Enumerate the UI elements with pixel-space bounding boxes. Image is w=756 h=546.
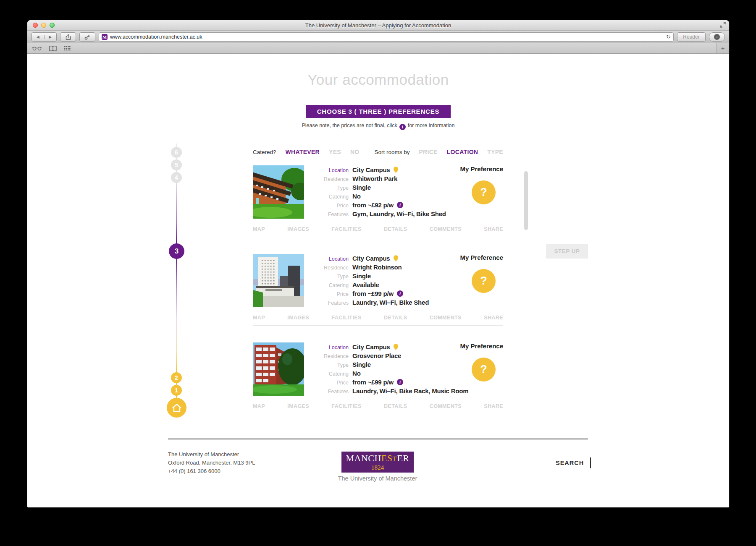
type-value: Single <box>352 183 371 192</box>
bookmarks-icon[interactable] <box>49 46 57 51</box>
features-value: Laundry, Wi–Fi, Bike Shed <box>352 298 429 307</box>
catering-label: Catering <box>311 370 349 379</box>
price-info-icon[interactable]: i <box>397 379 403 385</box>
location-label: Location <box>311 343 349 352</box>
sort-option-price[interactable]: PRICE <box>419 149 437 155</box>
tab-facilities[interactable]: FACILITIES <box>331 315 361 321</box>
tab-facilities[interactable]: FACILITIES <box>331 403 361 409</box>
home-step-button[interactable] <box>167 398 186 418</box>
back-icon: ◀ <box>37 35 39 39</box>
share-icon <box>66 34 71 40</box>
browser-toolbar: ◀ ▶ M www.accommodation.manchester.ac.uk… <box>27 31 729 43</box>
forward-button[interactable]: ▶ <box>45 35 57 39</box>
url-text[interactable]: www.accommodation.manchester.ac.uk <box>110 34 664 40</box>
top-sites-icon[interactable] <box>64 46 71 51</box>
back-button[interactable]: ◀ <box>32 35 45 39</box>
zoom-window-button[interactable] <box>50 23 55 28</box>
address-bar[interactable]: M www.accommodation.manchester.ac.uk ↻ <box>99 32 674 42</box>
type-label: Type <box>311 272 349 281</box>
history-nav: ◀ ▶ <box>32 32 57 42</box>
tab-share[interactable]: SHARE <box>484 226 503 232</box>
accommodation-card-whitworth-park: Location City Campus Residence Whitworth… <box>253 165 503 237</box>
footer-address: The University of Manchester Oxford Road… <box>168 450 255 475</box>
footer-divider <box>168 439 588 439</box>
filter-row: Catered? WHATEVER YES NO Sort rooms by P… <box>253 149 503 155</box>
step-2-dot[interactable]: 2 <box>171 372 182 383</box>
catered-option-yes[interactable]: YES <box>329 149 341 155</box>
residence-value: Wright Robinson <box>352 263 402 272</box>
catering-label: Catering <box>311 193 349 201</box>
tab-comments[interactable]: COMMENTS <box>430 403 462 409</box>
step-5-label: 5 <box>175 162 178 168</box>
location-value: City Campus <box>352 254 390 263</box>
price-info-icon[interactable]: i <box>397 290 403 297</box>
tab-images[interactable]: IMAGES <box>287 315 309 321</box>
bookmarks-bar: + <box>27 43 729 54</box>
tab-images[interactable]: IMAGES <box>287 226 309 232</box>
footer-search[interactable]: SEARCH <box>556 457 591 468</box>
browser-window: The University of Manchester – Applying … <box>27 20 729 507</box>
catered-option-no[interactable]: NO <box>350 149 360 155</box>
tab-map[interactable]: MAP <box>253 226 265 232</box>
list-scrollbar[interactable] <box>524 171 528 230</box>
map-pin-icon <box>394 167 398 173</box>
tab-details[interactable]: DETAILS <box>384 315 407 321</box>
step-6-dot[interactable]: 6 <box>171 147 182 158</box>
logo-year: 1824 <box>371 465 384 471</box>
preference-choice-button[interactable]: ? <box>472 269 496 293</box>
refresh-icon[interactable]: ↻ <box>666 34 671 40</box>
page-content: Your accommodation CHOOSE 3 ( THREE ) PR… <box>27 54 729 507</box>
step-5-dot[interactable]: 5 <box>171 159 182 170</box>
university-logo[interactable]: MANCHESTER 1824 <box>341 452 414 473</box>
address-line-1: The University of Manchester <box>168 450 255 459</box>
residence-photo[interactable] <box>253 165 304 219</box>
catering-label: Catering <box>311 281 349 290</box>
my-preference-label: My Preference <box>428 254 503 261</box>
minimize-window-button[interactable] <box>41 23 46 28</box>
page-title: Your accommodation <box>27 71 729 88</box>
tab-details[interactable]: DETAILS <box>384 226 407 232</box>
site-favicon: M <box>102 34 108 40</box>
tab-images[interactable]: IMAGES <box>287 403 309 409</box>
logo-wordmark: MANCHESTER <box>346 454 409 464</box>
residence-photo[interactable] <box>253 254 304 307</box>
catered-option-whatever[interactable]: WHATEVER <box>286 149 320 155</box>
accommodation-list: Catered? WHATEVER YES NO Sort rooms by P… <box>253 149 503 414</box>
price-info-icon[interactable]: i <box>397 202 403 208</box>
reader-button[interactable]: Reader <box>677 32 706 42</box>
passwords-button[interactable] <box>79 32 95 42</box>
close-window-button[interactable] <box>33 23 38 28</box>
new-tab-button[interactable]: + <box>716 43 729 53</box>
sort-option-location[interactable]: LOCATION <box>447 149 478 155</box>
info-icon[interactable]: i <box>399 124 406 130</box>
tab-details[interactable]: DETAILS <box>384 403 407 409</box>
tab-share[interactable]: SHARE <box>484 315 503 321</box>
new-tab-icon: + <box>721 45 724 52</box>
tab-map[interactable]: MAP <box>253 315 265 321</box>
tab-share[interactable]: SHARE <box>484 403 503 409</box>
tab-comments[interactable]: COMMENTS <box>430 226 462 232</box>
step-3-dot-current[interactable]: 3 <box>169 243 184 259</box>
preference-choice-button[interactable]: ? <box>472 180 496 204</box>
sort-filter: Sort rooms by PRICE LOCATION TYPE <box>374 149 503 155</box>
downloads-button[interactable]: ↓ <box>709 32 725 42</box>
accommodation-card-wright-robinson: Location City Campus Residence Wright Ro… <box>253 254 503 326</box>
residence-value: Grosvenor Place <box>352 351 401 360</box>
fullscreen-icon[interactable] <box>720 22 726 29</box>
sort-option-type[interactable]: TYPE <box>487 149 503 155</box>
window-controls <box>33 23 55 28</box>
note-text-after: for more information <box>408 123 455 128</box>
step-4-dot[interactable]: 4 <box>171 172 182 183</box>
reading-list-icon[interactable] <box>32 46 42 51</box>
tab-map[interactable]: MAP <box>253 403 265 409</box>
tab-comments[interactable]: COMMENTS <box>430 315 462 321</box>
step-1-dot[interactable]: 1 <box>171 385 182 396</box>
type-value: Single <box>352 360 371 369</box>
share-button[interactable] <box>60 32 76 42</box>
residence-photo[interactable] <box>253 342 304 396</box>
tab-facilities[interactable]: FACILITIES <box>331 226 361 232</box>
type-label: Type <box>311 361 349 370</box>
step-up-button[interactable]: STEP UP <box>546 244 588 259</box>
features-value: Laundry, Wi–Fi, Bike Rack, Music Room <box>352 387 468 395</box>
preference-choice-button[interactable]: ? <box>472 358 496 381</box>
